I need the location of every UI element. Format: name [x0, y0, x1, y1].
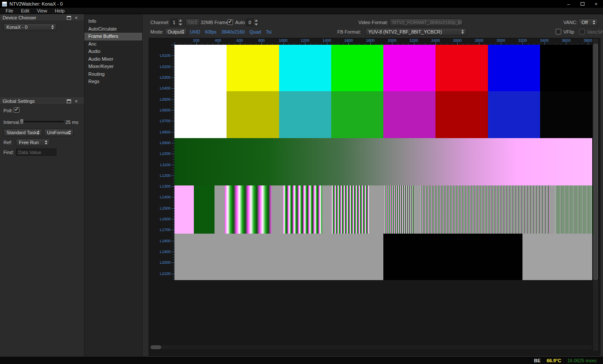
menu-item-edit[interactable]: Edit	[17, 8, 33, 13]
format-info: UHD60fps3840x2160QuadTsi	[190, 29, 272, 34]
menu-bar: FileEditViewHelp	[0, 8, 603, 14]
vflip-label: VFlip	[563, 29, 574, 34]
color-bar	[488, 91, 540, 138]
dropdown-arrows-icon	[68, 130, 71, 135]
line-label: L0100	[160, 53, 171, 58]
status-timing: 16.0625 msec	[567, 358, 597, 363]
interval-value: 25 ms	[65, 120, 78, 125]
nav-item-info[interactable]: Info	[84, 18, 142, 25]
spin-down-button[interactable]	[254, 23, 258, 26]
color-bar	[331, 91, 383, 138]
pattern-solid	[549, 185, 555, 234]
ruler-tick-label: 1200	[301, 38, 309, 43]
line-label: L1900	[160, 250, 171, 254]
spin-up-button[interactable]	[254, 19, 258, 23]
checkmark-icon: ✓	[228, 19, 233, 24]
interval-slider[interactable]	[19, 119, 64, 124]
frame32-checkbox[interactable]: ✓	[227, 19, 233, 25]
nav-item-audio-mixer[interactable]: Audio Mixer	[84, 56, 142, 63]
vanc-select[interactable]: Off	[578, 19, 598, 26]
line-label: L1500	[160, 206, 171, 210]
tasks-select[interactable]: Standard Tasks	[3, 129, 42, 136]
device-select[interactable]: KonaX - 0	[3, 23, 56, 31]
minimize-icon: –	[567, 1, 570, 6]
ref-label: Ref:	[3, 140, 12, 145]
pattern-stripes	[555, 185, 592, 234]
line-label: L1800	[160, 239, 171, 243]
poll-checkbox[interactable]: ✓	[14, 107, 19, 113]
color-bar	[435, 91, 488, 138]
line-label: L0300	[160, 75, 171, 80]
channel-label: Channel:	[150, 20, 169, 25]
format-info-item: Tsi	[266, 29, 271, 34]
window-title: NTV2Watcher: KonaX - 0	[9, 1, 63, 6]
menu-item-help[interactable]: Help	[51, 8, 68, 13]
close-button[interactable]: ×	[589, 0, 603, 8]
nav-item-audio[interactable]: Audio	[84, 48, 142, 56]
ruler-tick-label: 200	[193, 38, 199, 43]
nav-item-frame-buffers[interactable]: Frame Buffers	[84, 33, 142, 40]
spin-down-button[interactable]	[178, 23, 183, 26]
line-label: L1100	[160, 163, 171, 167]
nav-item-regs[interactable]: Regs	[84, 78, 142, 86]
color-bar	[279, 91, 331, 138]
nav-item-routing[interactable]: Routing	[84, 71, 142, 78]
pattern-solid	[522, 234, 592, 280]
line-label: L1200	[160, 173, 171, 178]
float-panel-icon[interactable]	[67, 99, 71, 103]
float-panel-icon[interactable]	[67, 16, 71, 20]
vertical-scrollbar[interactable]	[593, 38, 599, 351]
color-bar	[174, 45, 227, 91]
slider-handle[interactable]	[20, 119, 24, 124]
app-icon	[2, 2, 7, 6]
uniformat-select[interactable]: UniFormat	[44, 129, 74, 136]
fb-format-select[interactable]: YUV-8 (NTV2_FBF_8BIT_YCBCR)	[365, 28, 466, 36]
vertical-scrollbar-thumb[interactable]	[594, 44, 598, 280]
color-bar	[279, 45, 331, 91]
maximize-button[interactable]	[575, 0, 589, 8]
pattern-stripes	[421, 185, 549, 234]
ruler-top: 2004006008001000120014001600180020002200…	[174, 38, 593, 45]
nav-item-anc[interactable]: Anc	[84, 40, 142, 48]
ref-select[interactable]: Free Run	[16, 139, 50, 146]
close-panel-icon[interactable]: ×	[74, 98, 79, 105]
spin-up-button[interactable]	[178, 19, 183, 23]
pattern-solid	[174, 185, 194, 234]
nav-item-mixer-keyer[interactable]: Mixer/Keyer	[84, 63, 142, 71]
pattern-solid	[214, 185, 225, 234]
menu-item-view[interactable]: View	[33, 8, 51, 13]
close-panel-icon[interactable]: ×	[74, 15, 79, 21]
channel-spinbox[interactable]: 1	[170, 19, 183, 26]
frame32-label: 32MB Frame:	[201, 20, 230, 25]
channel-enable-select: On	[185, 19, 200, 26]
find-input[interactable]	[16, 148, 56, 156]
auto-value: 0	[249, 20, 251, 25]
nav-item-autocirculate[interactable]: AutoCirculate	[84, 25, 142, 33]
line-label: L0400	[160, 86, 171, 90]
vancshift-checkbox	[579, 29, 585, 34]
horizontal-scrollbar-thumb[interactable]	[151, 345, 161, 349]
color-bar	[540, 45, 592, 91]
status-temperature: 66.9°C	[547, 358, 561, 363]
mode-select[interactable]: Output	[165, 28, 187, 36]
pattern-solid	[369, 185, 385, 234]
window-controls: – ×	[562, 0, 603, 8]
auto-label: Auto	[235, 20, 245, 25]
dropdown-arrows-icon	[45, 140, 47, 145]
horizontal-scrollbar[interactable]	[149, 345, 592, 350]
ruler-tick-label: 2000	[388, 38, 396, 43]
auto-spinbox[interactable]: 0	[246, 19, 259, 26]
ref-select-value: Free Run	[19, 140, 39, 145]
ruler-tick-label: 800	[258, 38, 265, 43]
vflip-checkbox[interactable]	[556, 29, 561, 34]
ruler-tick-label: 2200	[410, 38, 418, 43]
frame-buffer-image	[174, 45, 592, 280]
line-label: L1700	[160, 228, 171, 232]
format-info-item: 3840x2160	[221, 29, 245, 34]
pattern-stripes	[332, 185, 369, 234]
dropdown-arrows-icon	[593, 20, 595, 25]
menu-item-file[interactable]: File	[2, 8, 17, 13]
dropdown-arrows-icon	[37, 130, 40, 135]
main-panel: Channel: 1 On 32MB Frame: ✓ Auto 0 Video…	[143, 14, 603, 357]
minimize-button[interactable]: –	[562, 0, 575, 8]
